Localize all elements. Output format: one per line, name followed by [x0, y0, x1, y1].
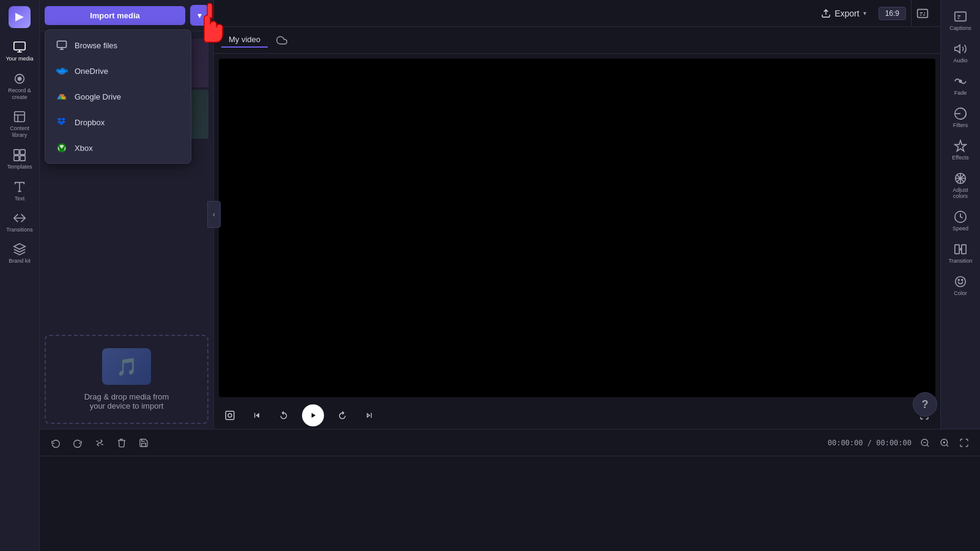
- play-button[interactable]: [302, 404, 324, 426]
- svg-point-21: [956, 277, 966, 287]
- right-panel-speed[interactable]: Speed: [942, 205, 979, 236]
- forward-button[interactable]: [334, 407, 351, 424]
- sidebar: Your media Record &create Contentlibrary…: [0, 0, 40, 551]
- timeline-zoom-controls: [916, 434, 973, 451]
- media-panel: Import media ▾ Browse files: [40, 0, 214, 429]
- svg-point-22: [958, 279, 959, 280]
- go-to-start-button[interactable]: [248, 407, 265, 424]
- import-dropdown-menu: Browse files OneDrive: [45, 29, 191, 164]
- sidebar-item-brand-kit[interactable]: Brand kit: [0, 238, 40, 269]
- app-logo[interactable]: [7, 5, 32, 29]
- drag-drop-text: Drag & drop media from your device to im…: [84, 392, 169, 411]
- sidebar-item-text[interactable]: Text: [0, 175, 40, 206]
- import-media-button[interactable]: Import media: [45, 6, 185, 25]
- svg-rect-8: [57, 41, 67, 48]
- monitor-icon: [55, 38, 68, 52]
- dropbox-icon: [55, 115, 68, 129]
- xbox-option[interactable]: Xbox: [45, 135, 191, 161]
- aspect-ratio-badge[interactable]: 16:9: [879, 7, 906, 20]
- timeline-toolbar: 00:00:00 / 00:00:00: [40, 429, 980, 456]
- svg-point-23: [962, 279, 963, 280]
- timeline-area: 00:00:00 / 00:00:00: [40, 429, 980, 551]
- svg-point-2: [18, 77, 21, 81]
- onedrive-option[interactable]: OneDrive: [45, 58, 191, 84]
- svg-rect-6: [14, 156, 19, 161]
- svg-rect-19: [955, 245, 959, 254]
- right-panel-audio[interactable]: Audio: [942, 37, 979, 68]
- svg-rect-12: [226, 411, 234, 420]
- svg-rect-14: [955, 12, 966, 21]
- sidebar-item-record[interactable]: Record &create: [0, 67, 40, 106]
- help-button[interactable]: ?: [913, 392, 937, 417]
- main-content: Import media ▾ Browse files: [40, 0, 980, 551]
- video-preview-area: Export ▾ 16:9 My video: [214, 0, 940, 429]
- browse-files-option[interactable]: Browse files: [45, 32, 191, 58]
- redo-button[interactable]: [69, 434, 86, 451]
- right-panel: Captions Audio Fade: [940, 0, 980, 429]
- fit-to-window-button[interactable]: [956, 434, 973, 451]
- undo-button[interactable]: [47, 434, 64, 451]
- header-bar: Export ▾ 16:9: [214, 0, 940, 27]
- media-panel-header: Import media ▾: [40, 0, 213, 31]
- save-button[interactable]: [135, 434, 152, 451]
- dropbox-option[interactable]: Dropbox: [45, 109, 191, 135]
- svg-point-13: [228, 414, 232, 417]
- sidebar-item-templates[interactable]: Templates: [0, 144, 40, 175]
- go-to-end-button[interactable]: [361, 407, 378, 424]
- svg-rect-4: [14, 150, 19, 155]
- captions-button[interactable]: [911, 0, 933, 27]
- screenshot-button[interactable]: [221, 407, 238, 424]
- svg-rect-0: [14, 42, 25, 50]
- sidebar-item-your-media[interactable]: Your media: [0, 35, 40, 67]
- svg-point-16: [959, 80, 962, 82]
- cloud-save-button[interactable]: [273, 31, 291, 49]
- svg-marker-15: [955, 45, 960, 53]
- right-panel-fade[interactable]: Fade: [942, 70, 979, 101]
- drag-drop-zone[interactable]: 🎵 Drag & drop media from your device to …: [45, 335, 208, 424]
- split-button[interactable]: [91, 434, 108, 451]
- sidebar-item-content-library[interactable]: Contentlibrary: [0, 105, 40, 144]
- export-dropdown-arrow: ▾: [863, 10, 866, 16]
- svg-point-9: [58, 70, 65, 75]
- zoom-out-button[interactable]: [916, 434, 934, 451]
- delete-button[interactable]: [113, 434, 130, 451]
- video-canvas: [219, 59, 935, 397]
- svg-rect-3: [15, 112, 25, 122]
- svg-rect-5: [20, 150, 25, 155]
- timeline-content[interactable]: [40, 456, 980, 551]
- right-panel-adjust-colors[interactable]: Adjustcolors: [942, 167, 979, 204]
- video-controls: [214, 402, 940, 429]
- export-button[interactable]: Export ▾: [814, 5, 873, 22]
- video-tabs-bar: My video: [214, 27, 940, 54]
- right-panel-captions[interactable]: Captions: [942, 5, 979, 36]
- right-panel-color[interactable]: Color: [942, 270, 979, 301]
- zoom-in-button[interactable]: [936, 434, 953, 451]
- right-panel-filters[interactable]: Filters: [942, 102, 979, 133]
- sidebar-item-transitions[interactable]: Transitions: [0, 206, 40, 238]
- google-drive-icon: [55, 90, 68, 103]
- top-area: Import media ▾ Browse files: [40, 0, 980, 429]
- svg-rect-7: [20, 156, 25, 161]
- music-file-icon: 🎵: [102, 348, 151, 385]
- xbox-icon: [55, 141, 68, 155]
- right-panel-effects[interactable]: Effects: [942, 134, 979, 166]
- collapse-panel-arrow[interactable]: ‹: [207, 201, 221, 228]
- import-media-arrow-button[interactable]: ▾: [190, 5, 208, 26]
- onedrive-icon: [55, 64, 68, 78]
- right-panel-transition[interactable]: Transition: [942, 238, 979, 269]
- timeline-time-display: 00:00:00 / 00:00:00: [828, 439, 912, 447]
- google-drive-option[interactable]: Google Drive: [45, 84, 191, 109]
- export-icon: [821, 9, 831, 18]
- rewind-button[interactable]: [275, 407, 292, 424]
- tab-my-video[interactable]: My video: [221, 32, 268, 48]
